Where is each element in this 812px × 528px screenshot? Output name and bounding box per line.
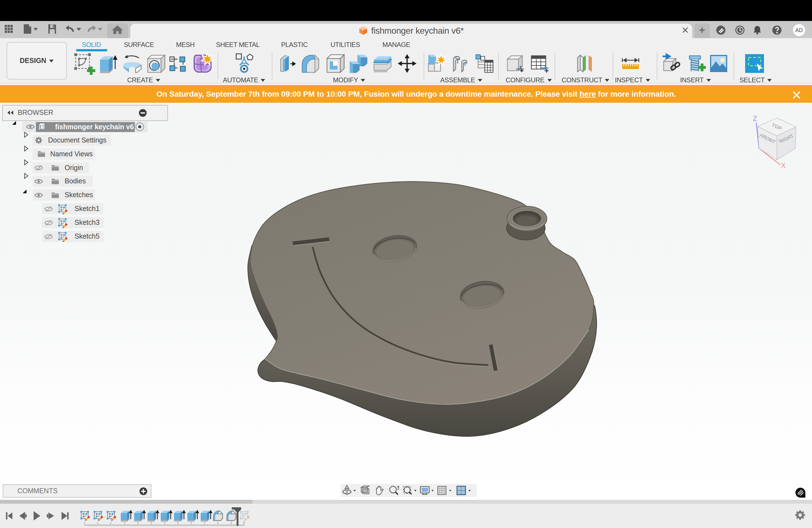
svg-text:AD: AD [795, 27, 802, 33]
svg-text:Z: Z [753, 115, 757, 122]
svg-text:X: X [781, 162, 786, 169]
